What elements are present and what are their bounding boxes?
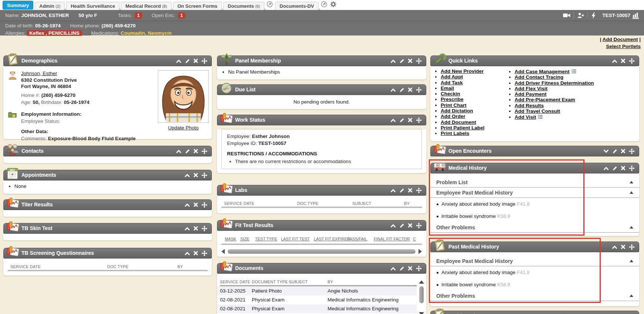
move-icon[interactable] <box>629 148 635 154</box>
edit-pencil-icon[interactable] <box>399 266 404 271</box>
allergies-badge[interactable]: Keflex , PENICILLINS <box>27 30 82 36</box>
quick-link[interactable]: Add Contact Tracing <box>515 74 563 80</box>
edit-pencil-icon[interactable] <box>185 58 190 64</box>
edit-pencil-icon[interactable] <box>185 149 190 154</box>
scroll-right-icon[interactable] <box>418 249 422 254</box>
tab-health-surveillance[interactable]: Health Surveillance <box>66 2 119 10</box>
collapse-toggle-icon[interactable] <box>630 294 633 297</box>
gear-icon[interactable] <box>330 1 336 7</box>
patient-name-link[interactable]: Johnson, Esther <box>21 71 57 76</box>
close-icon[interactable] <box>621 149 626 153</box>
expand-icon[interactable] <box>603 149 609 153</box>
collapse-icon[interactable] <box>184 226 190 231</box>
horizontal-scrollbar[interactable] <box>221 248 422 255</box>
collapse-icon[interactable] <box>390 88 396 92</box>
column-header-link[interactable]: PASS/FAIL <box>347 237 367 241</box>
column-header-link[interactable]: MASK <box>225 237 236 241</box>
quick-link[interactable]: Add Order <box>441 114 465 119</box>
quick-link[interactable]: Add Travel Consult <box>515 108 560 114</box>
move-icon[interactable] <box>629 244 635 250</box>
open-enc-count-badge[interactable]: 1 <box>178 13 185 18</box>
move-icon[interactable] <box>416 266 422 271</box>
chart-icon[interactable] <box>633 12 639 19</box>
collapse-icon[interactable] <box>390 266 396 271</box>
update-photo-link[interactable]: Update Photo <box>168 125 199 131</box>
scroll-up-icon[interactable] <box>419 280 424 284</box>
move-icon[interactable] <box>201 148 207 154</box>
move-icon[interactable] <box>416 58 422 64</box>
collapse-icon[interactable] <box>612 245 617 249</box>
quick-link[interactable]: Add Task <box>441 80 463 85</box>
table-row[interactable]: 02-08-2021Physical ExamMedical Informati… <box>217 296 417 304</box>
move-icon[interactable] <box>201 226 207 232</box>
quick-link[interactable]: Add Document <box>441 119 476 125</box>
collapse-icon[interactable] <box>603 166 609 170</box>
move-icon[interactable] <box>201 202 207 208</box>
collapse-icon[interactable] <box>612 59 617 63</box>
list-icon[interactable] <box>538 115 543 119</box>
tab-documents-dv[interactable]: Documents-DV <box>275 2 318 10</box>
quick-link[interactable]: Print Patient Label <box>441 125 485 131</box>
close-icon[interactable] <box>193 149 198 153</box>
tab-documents[interactable]: Documents (6) <box>223 2 264 10</box>
scrollbar-thumb[interactable] <box>228 249 416 254</box>
vertical-scrollbar[interactable] <box>419 280 424 314</box>
move-icon[interactable] <box>629 58 635 64</box>
quick-link[interactable]: Add Pre-Placement Exam <box>515 97 575 102</box>
quick-link[interactable]: Email <box>441 85 454 91</box>
column-header-link[interactable]: SIZE <box>240 237 249 241</box>
close-icon[interactable] <box>408 58 413 63</box>
list-icon[interactable] <box>572 69 576 74</box>
quick-link[interactable]: Prescribe <box>441 97 464 102</box>
quick-link[interactable]: Add Case Management <box>515 69 570 74</box>
close-icon[interactable] <box>193 226 198 231</box>
column-header-link[interactable]: C <box>413 237 416 241</box>
edit-pencil-icon[interactable] <box>399 188 404 193</box>
quick-link[interactable]: Add Visit <box>515 114 536 120</box>
close-icon[interactable] <box>621 166 626 170</box>
collapse-icon[interactable] <box>390 223 396 228</box>
collapse-toggle-icon[interactable] <box>630 191 633 194</box>
lightning-icon[interactable] <box>588 12 599 19</box>
move-icon[interactable] <box>201 250 207 256</box>
move-icon[interactable] <box>201 172 207 178</box>
edit-pencil-icon[interactable] <box>399 87 404 92</box>
move-icon[interactable] <box>629 165 635 171</box>
quick-link[interactable]: Print Labels <box>441 131 469 136</box>
edit-pencil-icon[interactable] <box>399 223 404 228</box>
collapse-toggle-icon[interactable] <box>630 260 633 262</box>
collapse-icon[interactable] <box>184 173 190 178</box>
edit-pencil-icon[interactable] <box>612 166 617 171</box>
quick-link[interactable]: Add Dictation <box>441 108 473 114</box>
quick-link[interactable]: Add Results <box>515 103 544 108</box>
quick-link[interactable]: Add New Provider <box>441 68 484 74</box>
close-icon[interactable] <box>193 58 198 63</box>
open-in-new-circle-icon[interactable] <box>321 1 327 7</box>
add-document-link[interactable]: Add Document <box>602 37 638 42</box>
move-icon[interactable] <box>416 87 422 93</box>
video-camera-icon[interactable] <box>560 13 574 18</box>
close-icon[interactable] <box>408 223 413 228</box>
select-portlets-link[interactable]: Select Portlets <box>606 44 641 49</box>
collapse-icon[interactable] <box>390 188 396 193</box>
move-icon[interactable] <box>416 223 422 229</box>
table-row[interactable]: 02-08-2021Physical ExamMedical Informati… <box>217 304 417 313</box>
column-header-link[interactable]: FINAL FIT FACTOR <box>374 237 410 241</box>
tab-medical-record[interactable]: Medical Record (8) <box>121 2 172 10</box>
column-header-link[interactable]: TEST TYPE <box>255 237 277 241</box>
collapse-toggle-icon[interactable] <box>630 181 633 183</box>
close-icon[interactable] <box>193 202 198 207</box>
medications-link[interactable]: Medications: <box>91 30 119 36</box>
column-header-link[interactable]: LAST FIT TEST <box>281 237 310 241</box>
collapse-icon[interactable] <box>184 203 190 207</box>
column-header-link[interactable]: LAST FIT EXPIRES <box>314 237 350 241</box>
close-icon[interactable] <box>408 188 413 193</box>
edit-pencil-icon[interactable] <box>612 149 617 154</box>
edit-pencil-icon[interactable] <box>399 58 404 64</box>
close-icon[interactable] <box>193 173 198 178</box>
move-icon[interactable] <box>201 58 207 64</box>
close-icon[interactable] <box>621 244 626 249</box>
tasks-count-badge[interactable]: 1 <box>135 13 142 18</box>
table-row[interactable]: 03-12-2025Patient PhotoAngie Nichols <box>217 287 417 296</box>
close-icon[interactable] <box>408 87 413 92</box>
